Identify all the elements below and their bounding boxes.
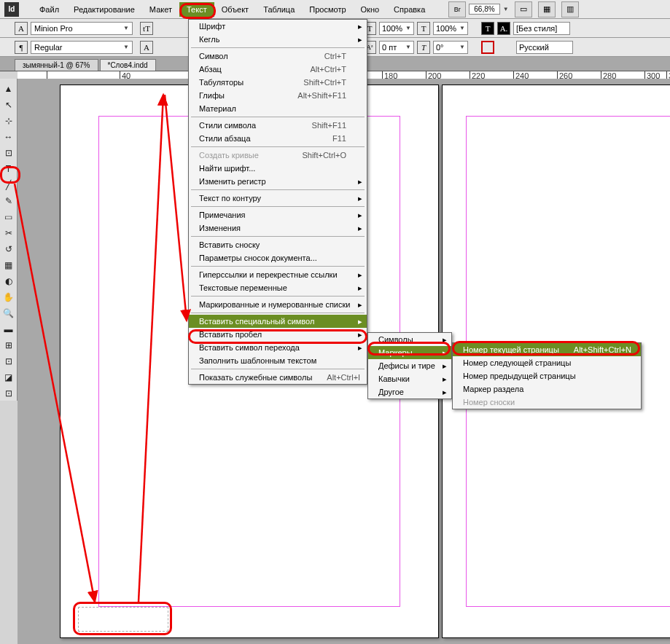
menu-bar: Id ФайлРедактированиеМакетТекстОбъектТаб… (0, 0, 670, 19)
menu-item[interactable]: Вставить символ перехода▸ (189, 341, 367, 354)
menu-item[interactable]: Текст по контуру▸ (189, 192, 367, 205)
toolbox: ▲↖⊹↔⊡T╱✎▭✂↺▦◐✋🔍▬⊞⊡◪⊡ (0, 79, 17, 401)
menu-item[interactable]: СимволCtrl+T (189, 50, 367, 63)
scale-h-select[interactable]: 100%▼ (379, 22, 414, 35)
menu-Редактирование[interactable]: Редактирование (66, 2, 142, 17)
menu-item[interactable]: Примечания▸ (189, 208, 367, 221)
tool-10[interactable]: ↺ (1, 242, 16, 256)
doc-tab[interactable]: *Слов4.indd (100, 59, 156, 71)
tt-icon[interactable]: tT (140, 22, 153, 35)
tool-5[interactable]: T (1, 162, 16, 176)
menu-item[interactable]: Изменения▸ (189, 221, 367, 235)
tool-2[interactable]: ⊹ (1, 114, 16, 128)
menu-item[interactable]: ГлифыAlt+Shift+F11 (189, 89, 367, 102)
tool-15[interactable]: ▬ (1, 322, 16, 337)
tool-18[interactable]: ◪ (1, 370, 16, 385)
tool-11[interactable]: ▦ (1, 258, 16, 272)
menu-Окно[interactable]: Окно (354, 2, 387, 17)
baseline-shift[interactable]: 0 пт▼ (379, 41, 414, 54)
menu-item[interactable]: Вставить специальный символ▸ (189, 315, 367, 328)
text-frame[interactable] (78, 607, 168, 632)
view-options-icon[interactable]: ▥ (561, 1, 579, 17)
menu-item[interactable]: Кегль▸ (189, 33, 367, 46)
menu-Макет[interactable]: Макет (142, 2, 179, 17)
menu-item[interactable]: Показать служебные символыAlt+Ctrl+I (189, 371, 367, 384)
menu-item[interactable]: Текстовые переменные▸ (189, 281, 367, 294)
tool-19[interactable]: ⊡ (1, 386, 16, 401)
menu-item[interactable]: Гиперссылки и перекрестные ссылки▸ (189, 268, 367, 281)
menu-Текст[interactable]: Текст (179, 2, 214, 17)
char-style-icon[interactable]: A. (497, 22, 510, 35)
tool-0[interactable]: ▲ (1, 82, 16, 96)
bridge-icon[interactable]: Br (448, 1, 466, 17)
menu-item[interactable]: Вставить пробел▸ (189, 328, 367, 341)
screen-mode-icon[interactable]: ▭ (515, 1, 532, 17)
text-menu-dropdown: Шрифт▸Кегль▸СимволCtrl+TАбзацAlt+Ctrl+TТ… (188, 19, 367, 385)
menu-item[interactable]: АбзацAlt+Ctrl+T (189, 63, 367, 76)
menu-item[interactable]: Номер текущей страницыAlt+Shift+Ctrl+N (453, 343, 641, 356)
insert-special-submenu: Символы▸Маркеры▸Дефисы и тире▸Кавычки▸Др… (367, 332, 452, 399)
menu-item[interactable]: Материал (189, 102, 367, 115)
menu-item[interactable]: Изменить регистр▸ (189, 175, 367, 188)
menu-item[interactable]: Маркированные и нумерованные списки▸ (189, 298, 367, 311)
app-logo: Id (4, 2, 19, 17)
tool-4[interactable]: ⊡ (1, 146, 16, 160)
menu-item: Номер сноски (453, 396, 641, 409)
menu-item[interactable]: ТабуляторыShift+Ctrl+T (189, 76, 367, 89)
menu-item[interactable]: Дефисы и тире▸ (368, 359, 451, 372)
menu-item[interactable]: Маркеры▸ (368, 346, 451, 359)
scale-v-icon: T (417, 22, 430, 35)
zoom-level[interactable]: 66,8% (469, 4, 499, 15)
tool-14[interactable]: 🔍 (1, 306, 16, 321)
tool-9[interactable]: ✂ (1, 226, 16, 240)
font-family-select[interactable]: Minion Pro▼ (31, 22, 133, 35)
menu-item[interactable]: Другое▸ (368, 385, 451, 398)
menu-item: Создать кривыеShift+Ctrl+O (189, 149, 367, 162)
menu-item[interactable]: Стили абзацаF11 (189, 132, 367, 145)
menu-item[interactable]: Заполнить шаблонным текстом (189, 354, 367, 367)
tool-16[interactable]: ⊞ (1, 338, 16, 353)
skew-icon: T (417, 41, 430, 54)
tool-12[interactable]: ◐ (1, 274, 16, 288)
skew-value[interactable]: 0°▼ (433, 41, 468, 54)
character-mode-icon[interactable]: A (15, 22, 28, 35)
char-style-select[interactable]: [Без стиля] (513, 22, 570, 35)
stroke-icon[interactable] (481, 41, 494, 54)
tool-3[interactable]: ↔ (1, 130, 16, 144)
language-select[interactable]: Русский (516, 41, 573, 54)
menu-item[interactable]: Маркер раздела (453, 382, 641, 396)
menu-Объект[interactable]: Объект (214, 2, 256, 17)
menu-Таблица[interactable]: Таблица (256, 2, 302, 17)
menu-item[interactable]: Параметры сносок документа... (189, 251, 367, 264)
paragraph-mode-icon[interactable]: ¶ (15, 41, 28, 54)
doc-tab[interactable]: зымянный-1 @ 67% (15, 59, 98, 71)
menu-Справка[interactable]: Справка (386, 2, 432, 17)
leading-icon[interactable]: A (140, 41, 153, 54)
fill-icon[interactable]: T (481, 22, 494, 35)
scale-v-select[interactable]: 100%▼ (433, 22, 468, 35)
tool-6[interactable]: ╱ (1, 178, 16, 192)
menu-item[interactable]: Кавычки▸ (368, 372, 451, 385)
menu-item[interactable]: Найти шрифт... (189, 162, 367, 175)
arrange-icon[interactable]: ▦ (538, 1, 556, 17)
menu-item[interactable]: Номер предыдущей страницы (453, 369, 641, 382)
tool-7[interactable]: ✎ (1, 194, 16, 208)
menu-Просмотр[interactable]: Просмотр (302, 2, 353, 17)
tool-17[interactable]: ⊡ (1, 354, 16, 369)
menu-item[interactable]: Шрифт▸ (189, 20, 367, 33)
menu-item[interactable]: Вставить сноску (189, 238, 367, 251)
tool-13[interactable]: ✋ (1, 290, 16, 305)
markers-submenu: Номер текущей страницыAlt+Shift+Ctrl+NНо… (452, 342, 642, 409)
tool-8[interactable]: ▭ (1, 210, 16, 224)
menu-Файл[interactable]: Файл (32, 2, 66, 17)
menu-item[interactable]: Стили символаShift+F11 (189, 119, 367, 132)
menu-item[interactable]: Символы▸ (368, 333, 451, 346)
tool-1[interactable]: ↖ (1, 98, 16, 112)
menu-item[interactable]: Номер следующей страницы (453, 356, 641, 369)
font-weight-select[interactable]: Regular▼ (31, 41, 133, 54)
